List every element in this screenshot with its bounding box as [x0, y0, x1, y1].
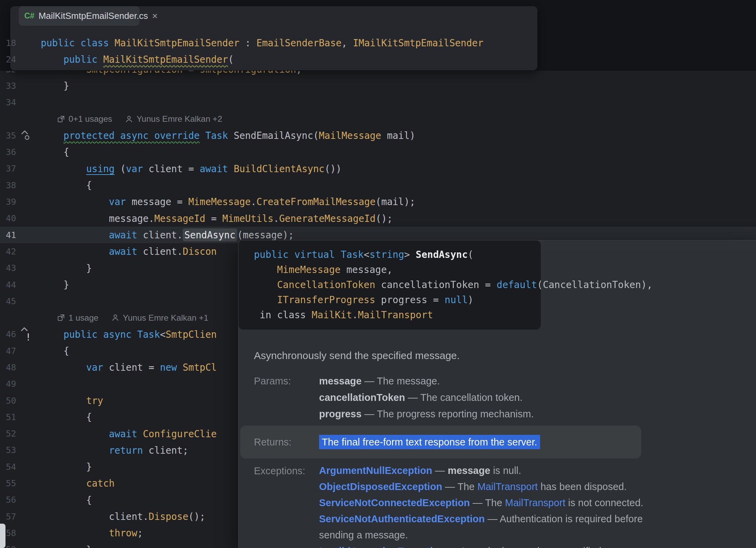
- line-number[interactable]: 37: [0, 164, 17, 174]
- code-line-24[interactable]: 24 public MailKitSmtpEmailSender(: [0, 51, 548, 68]
- line-number[interactable]: 49: [0, 379, 17, 389]
- param-item: progress — The progress reporting mechan…: [319, 406, 534, 422]
- param-item: cancellationToken — The cancellation tok…: [319, 389, 534, 406]
- line-number[interactable]: 33: [0, 81, 17, 91]
- type-link[interactable]: MailTransport: [505, 497, 565, 508]
- line-number[interactable]: 35: [0, 131, 17, 141]
- caretexcl-gutter-icon[interactable]: !: [17, 326, 41, 343]
- exception-item: ObjectDisposedException — The MailTransp…: [319, 479, 747, 495]
- line-number[interactable]: 53: [0, 445, 17, 455]
- doc-description: Asynchronously send the specified messag…: [254, 348, 756, 363]
- line-number[interactable]: 44: [0, 280, 17, 290]
- code-line-35[interactable]: 35 protected async override Task SendEma…: [0, 127, 756, 144]
- line-number[interactable]: 50: [0, 396, 17, 406]
- signature-line: ITransferProgress progress = null): [254, 293, 541, 308]
- params-section: Params: message — The message.cancellati…: [254, 373, 756, 422]
- line-number[interactable]: 43: [0, 263, 17, 273]
- exceptions-list: ArgumentNullException — message is null.…: [319, 463, 747, 548]
- line-number[interactable]: 39: [0, 197, 17, 207]
- line-number[interactable]: 24: [0, 55, 17, 64]
- exceptions-label: Exceptions:: [254, 463, 319, 548]
- exception-item: InvalidOperationException — A sender has…: [319, 543, 747, 548]
- person-icon: [111, 314, 119, 322]
- exception-type-link[interactable]: ServiceNotConnectedException: [319, 497, 470, 508]
- editor-tab[interactable]: C# MailKitSmtpEmailSender.cs ×: [19, 6, 139, 26]
- line-number[interactable]: 18: [0, 38, 17, 48]
- background-window-fragment: [0, 524, 5, 548]
- returns-label: Returns:: [254, 437, 319, 448]
- code-line-37[interactable]: 37 using (var client = await BuildClient…: [0, 160, 756, 177]
- exception-item: ArgumentNullException — message is null.: [319, 463, 747, 479]
- signature-block: public virtual Task<string> SendAsync( M…: [239, 240, 541, 330]
- code-line-33[interactable]: 33 }: [0, 78, 756, 94]
- override-gutter-icon[interactable]: [17, 127, 41, 144]
- tab-title: MailKitSmtpEmailSender.cs: [38, 11, 148, 21]
- documentation-popup[interactable]: public virtual Task<string> SendAsync( M…: [238, 240, 756, 548]
- signature-line: MimeMessage message,: [254, 262, 541, 277]
- svg-text:!: !: [25, 332, 31, 342]
- code-line-34[interactable]: 34: [0, 94, 756, 111]
- params-label: Params:: [254, 373, 319, 422]
- returns-selected-text: The final free-form text response from t…: [319, 435, 540, 449]
- code-line-36[interactable]: 36 {: [0, 144, 756, 160]
- sticky-header-panel: C# MailKitSmtpEmailSender.cs × 18public …: [10, 6, 537, 70]
- type-link[interactable]: MailTransport: [477, 481, 538, 492]
- code-line-40[interactable]: 40 message.MessageId = MimeUtils.Generat…: [0, 210, 756, 227]
- params-list: message — The message.cancellationToken …: [319, 373, 534, 422]
- line-number[interactable]: 55: [0, 478, 17, 488]
- line-number[interactable]: 45: [0, 296, 17, 306]
- exception-item: ServiceNotConnectedException — The MailT…: [319, 495, 747, 511]
- line-number[interactable]: 57: [0, 512, 17, 522]
- person-icon: [125, 115, 133, 123]
- signature-line: in class MailKit.MailTransport: [254, 308, 541, 323]
- signature-line: CancellationToken cancellationToken = de…: [254, 277, 541, 293]
- tab-close-icon[interactable]: ×: [152, 11, 158, 21]
- line-number[interactable]: 47: [0, 346, 17, 356]
- usage-icon: [57, 115, 65, 123]
- code-line-38[interactable]: 38 {: [0, 177, 756, 193]
- usage-icon: [57, 314, 65, 322]
- line-number[interactable]: 56: [0, 495, 17, 505]
- pinned-code-lines[interactable]: 18public class MailKitSmtpEmailSender : …: [0, 35, 548, 68]
- code-line-18[interactable]: 18public class MailKitSmtpEmailSender : …: [0, 35, 548, 51]
- exception-item: ServiceNotAuthenticatedException — Authe…: [319, 511, 747, 543]
- exceptions-section: Exceptions: ArgumentNullException — mess…: [254, 463, 756, 548]
- line-number[interactable]: 41: [0, 230, 17, 240]
- line-number[interactable]: 48: [0, 362, 17, 372]
- exception-type-link[interactable]: ServiceNotAuthenticatedException: [319, 513, 485, 524]
- line-number[interactable]: 38: [0, 180, 17, 190]
- returns-row: Returns: The final free-form text respon…: [240, 426, 641, 458]
- signature-line: public virtual Task<string> SendAsync(: [254, 247, 541, 262]
- csharp-file-icon: C#: [24, 11, 34, 21]
- exception-type-link[interactable]: ObjectDisposedException: [319, 481, 442, 492]
- line-number[interactable]: 54: [0, 462, 17, 472]
- line-number[interactable]: 46: [0, 329, 17, 339]
- line-number[interactable]: 51: [0, 412, 17, 422]
- line-number[interactable]: 36: [0, 147, 17, 157]
- exception-type-link[interactable]: InvalidOperationException: [319, 546, 445, 548]
- exception-type-link[interactable]: ArgumentNullException: [319, 465, 432, 476]
- line-number[interactable]: 34: [0, 97, 17, 107]
- line-number[interactable]: 52: [0, 429, 17, 439]
- usages-inlay[interactable]: 0+1 usagesYunus Emre Kalkan +2: [0, 111, 756, 127]
- line-number[interactable]: 40: [0, 213, 17, 223]
- line-number[interactable]: 42: [0, 247, 17, 257]
- code-line-39[interactable]: 39 var message = MimeMessage.CreateFromM…: [0, 193, 756, 210]
- param-item: message — The message.: [319, 373, 534, 389]
